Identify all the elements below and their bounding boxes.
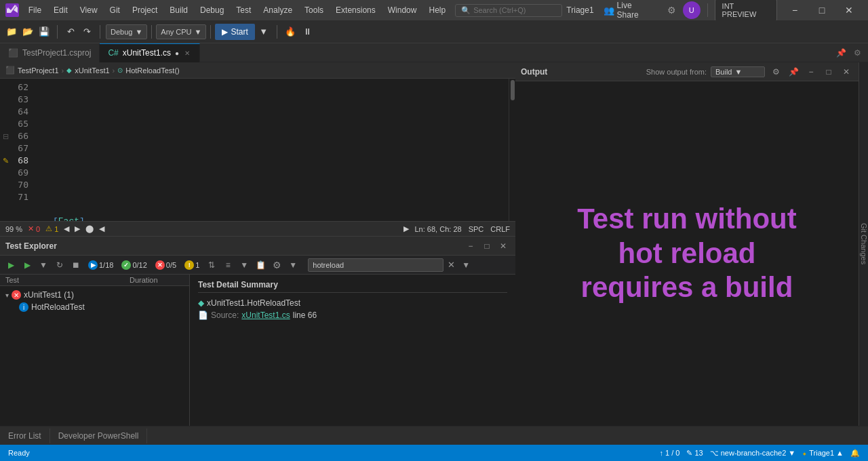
menu-analyze[interactable]: Analyze xyxy=(258,4,298,16)
run-dropdown-button[interactable]: ▼ xyxy=(37,258,50,272)
detail-test-name-row: ◆ xUnitTest1.HotReloadTest xyxy=(198,298,507,308)
search-input[interactable] xyxy=(473,6,556,14)
pin-tab-button[interactable]: 📌 xyxy=(834,46,848,60)
nav-forward-button[interactable]: ▶ xyxy=(75,224,80,233)
test-group-xunit[interactable]: ▾ ✕ xUnitTest1 (1) xyxy=(0,289,189,301)
redo-button[interactable]: ↷ xyxy=(79,24,94,39)
error-count-item[interactable]: ✕ 0 xyxy=(28,224,40,233)
minimize-button[interactable]: − xyxy=(781,0,808,20)
menu-window[interactable]: Window xyxy=(382,4,422,16)
menu-git[interactable]: Git xyxy=(104,4,125,16)
tab-xunit[interactable]: C# xUnitTest1.cs ● ✕ xyxy=(100,43,200,62)
branch-dropdown-icon: ▼ xyxy=(788,449,795,457)
menu-test[interactable]: Test xyxy=(231,4,256,16)
cancel-test-run-button[interactable]: ⏹ xyxy=(69,258,83,272)
search-box[interactable]: 🔍 xyxy=(455,4,562,17)
running-count: 1/18 xyxy=(99,261,113,269)
menu-build[interactable]: Build xyxy=(164,4,193,16)
detail-source-link[interactable]: xUnitTest1.cs xyxy=(241,310,290,320)
test-explorer-close[interactable]: ✕ xyxy=(496,239,510,253)
horizontal-scroll-right[interactable]: ▶ xyxy=(403,224,409,233)
test-settings-dropdown[interactable]: ▼ xyxy=(286,258,300,272)
git-changes-panel[interactable]: Git Changes xyxy=(859,62,868,426)
new-project-button[interactable]: 📁 xyxy=(4,24,19,39)
output-dropdown-chevron: ▼ xyxy=(734,68,742,76)
status-warnings[interactable]: ↑ 1 / 0 xyxy=(657,449,683,457)
live-share-button[interactable]: 👥 Live Share xyxy=(598,0,660,21)
start-button[interactable]: ▶ Start xyxy=(215,24,254,40)
menu-help[interactable]: Help xyxy=(423,4,451,16)
breadcrumb-method[interactable]: HotReloadTest() xyxy=(125,66,179,75)
close-button[interactable]: ✕ xyxy=(835,0,863,20)
run-all-tests-button[interactable]: ▶ xyxy=(4,258,18,272)
menu-view[interactable]: View xyxy=(75,4,103,16)
int-preview-button[interactable]: INT PREVIEW xyxy=(715,0,777,21)
line-62-gutter: 62 xyxy=(0,81,34,94)
start-dropdown-button[interactable]: ▼ xyxy=(256,24,271,39)
tab-csproj[interactable]: ⬛ TestProject1.csproj xyxy=(0,43,100,62)
output-maximize[interactable]: □ xyxy=(822,65,835,79)
output-source-label: Build xyxy=(715,68,732,76)
horizontal-scroll-left[interactable]: ◀ xyxy=(99,224,104,233)
test-filter-input[interactable] xyxy=(308,258,443,272)
menu-debug[interactable]: Debug xyxy=(195,4,229,16)
maximize-button[interactable]: □ xyxy=(808,0,835,20)
output-close[interactable]: ✕ xyxy=(840,65,853,79)
output-source-dropdown[interactable]: Build ▼ xyxy=(711,66,765,77)
failed-icon: ✕ xyxy=(155,260,165,270)
vertical-scrollbar[interactable] xyxy=(509,79,515,221)
linenum-62: 62 xyxy=(11,81,34,94)
status-project[interactable]: ⬥ Triage1 ▲ xyxy=(800,449,846,457)
filter-clear-button[interactable]: ✕ xyxy=(446,260,456,270)
tab-developer-powershell[interactable]: Developer PowerShell xyxy=(50,428,148,443)
breadcrumb-class[interactable]: xUnitTest1 xyxy=(75,66,109,75)
save-all-button[interactable]: 💾 xyxy=(37,24,52,39)
menu-project[interactable]: Project xyxy=(127,4,163,16)
group-tests-button[interactable]: ≡ xyxy=(221,258,235,272)
tab-close-button[interactable]: ✕ xyxy=(183,49,191,58)
toolbar-debug: Debug ▼ Any CPU ▼ ▶ Start ▼ xyxy=(106,24,271,40)
scrollbar-thumb[interactable] xyxy=(511,80,515,100)
pause-button[interactable]: ⏸ xyxy=(300,24,315,39)
code-editor[interactable]: [Fact] 🔷 | 0 references public void HotR… xyxy=(34,79,509,221)
live-share-icon: 👥 xyxy=(604,5,614,16)
filter-tests-button[interactable]: ▼ xyxy=(237,258,251,272)
output-pin-button[interactable]: 📌 xyxy=(787,65,800,79)
tab-settings-button[interactable]: ⚙ xyxy=(850,46,864,60)
test-explorer-minimize[interactable]: − xyxy=(464,239,477,253)
menu-tools[interactable]: Tools xyxy=(299,4,329,16)
menu-file[interactable]: File xyxy=(23,4,47,16)
debug-config-dropdown[interactable]: Debug ▼ xyxy=(106,24,147,39)
run-selected-tests-button[interactable]: ▶ xyxy=(20,258,34,272)
platform-dropdown[interactable]: Any CPU ▼ xyxy=(156,24,206,39)
menu-extensions[interactable]: Extensions xyxy=(330,4,381,16)
filter-dropdown-button[interactable]: ▼ xyxy=(459,258,473,272)
nav-back-button[interactable]: ◀ xyxy=(64,224,69,233)
status-column[interactable]: ✎ 13 xyxy=(684,449,705,458)
open-button[interactable]: 📂 xyxy=(20,24,35,39)
hot-reload-button[interactable]: 🔥 xyxy=(283,24,298,39)
settings-icon[interactable]: ⚙ xyxy=(665,5,679,16)
status-branch[interactable]: ⌥ new-branch-cache2 ▼ xyxy=(707,449,799,458)
warning-count-item[interactable]: ⚠ 1 xyxy=(45,224,58,233)
status-bell[interactable]: 🔔 xyxy=(848,449,863,458)
output-minimize[interactable]: − xyxy=(804,65,818,79)
playlist-button[interactable]: 📋 xyxy=(254,258,267,272)
breadcrumb-project[interactable]: TestProject1 xyxy=(18,66,59,75)
menu-edit[interactable]: Edit xyxy=(48,4,73,16)
platform-dropdown-icon: ▼ xyxy=(195,28,202,36)
test-item-hotreload[interactable]: i HotReloadTest xyxy=(0,301,189,313)
tab-error-list[interactable]: Error List xyxy=(0,428,50,443)
output-actions-button[interactable]: ⚙ xyxy=(769,65,783,79)
breadcrumb-sep-2: › xyxy=(113,66,115,75)
test-settings-button[interactable]: ⚙ xyxy=(270,258,283,272)
refresh-tests-button[interactable]: ↻ xyxy=(53,258,66,272)
test-explorer-maximize[interactable]: □ xyxy=(480,239,494,253)
sort-tests-button[interactable]: ⇅ xyxy=(205,258,218,272)
breakpoint-button[interactable]: ⬤ xyxy=(85,224,94,233)
undo-button[interactable]: ↶ xyxy=(63,24,78,39)
zoom-control[interactable]: 99 % xyxy=(5,225,22,233)
user-avatar[interactable]: U xyxy=(683,1,701,19)
warning-count: 1 xyxy=(54,225,58,233)
ready-status[interactable]: Ready xyxy=(5,449,33,457)
